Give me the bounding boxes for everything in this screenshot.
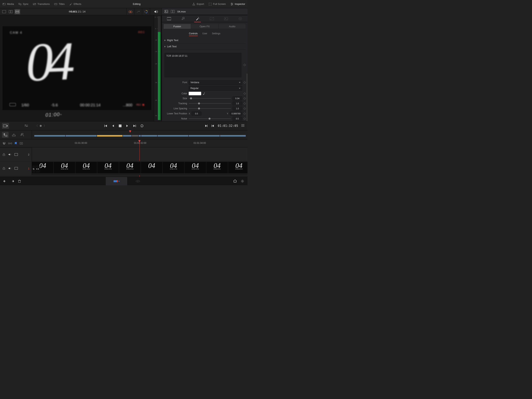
bypass-fx-button[interactable] (134, 8, 142, 15)
keyframe-button[interactable] (244, 98, 246, 99)
edit-tool-button[interactable] (2, 132, 9, 138)
clip-thumbnail[interactable]: 04fx✦✦ (32, 162, 53, 173)
track-header-v2[interactable]: 2 (0, 148, 32, 161)
tab-fusion[interactable]: Fusion (164, 24, 191, 29)
page-edit[interactable] (127, 177, 149, 186)
clip-thumbnail[interactable]: 0401:00:21:09 (163, 162, 184, 173)
tab-openfx[interactable]: Open FX (191, 24, 218, 29)
size-value[interactable]: 0.04 (233, 97, 242, 100)
redo-button[interactable] (11, 180, 14, 183)
inspector-scrollbar[interactable] (247, 73, 247, 121)
view-mode-3[interactable] (14, 9, 20, 14)
clip-thumbnail[interactable]: 0401:00:19:04 (76, 162, 97, 173)
inspector-button[interactable]: Inspector (230, 2, 245, 6)
noise-value[interactable]: 0.5 (233, 117, 242, 121)
video-icon[interactable] (14, 167, 18, 170)
size-slider[interactable] (189, 98, 231, 99)
prev-edit-button[interactable]: 〈 (35, 124, 38, 128)
clip-thumbnail[interactable]: 0401:00:23:14 (228, 162, 247, 173)
play-button[interactable] (125, 124, 129, 128)
color-wheel-button[interactable] (142, 8, 150, 15)
dual-view-icon[interactable] (171, 10, 175, 13)
options-menu-button[interactable] (241, 124, 244, 127)
inspector-tab-file[interactable] (236, 16, 244, 22)
inspector-tab-effects[interactable] (193, 16, 202, 22)
keyframe-button[interactable] (244, 64, 246, 66)
transitions-menu[interactable]: Transitions (33, 2, 50, 6)
lock-icon[interactable] (2, 153, 6, 156)
marker-button[interactable] (14, 142, 17, 145)
titles-menu[interactable]: T Titles (54, 2, 65, 6)
tracking-slider[interactable] (189, 103, 231, 104)
clip-thumbnail[interactable]: 04 (141, 162, 162, 173)
undo-button[interactable] (3, 180, 7, 183)
keyframe-button[interactable] (244, 108, 246, 109)
tab-user[interactable]: User (202, 31, 207, 36)
linespacing-value[interactable]: 1.0 (233, 107, 242, 110)
view-mode-1[interactable] (1, 9, 7, 14)
track-v2[interactable] (32, 148, 247, 161)
linespacing-slider[interactable] (189, 108, 231, 109)
record-button[interactable] (40, 125, 42, 127)
tab-controls[interactable]: Controls (189, 31, 198, 36)
lock-icon[interactable] (2, 167, 6, 170)
mini-playhead-icon[interactable] (129, 130, 131, 133)
go-start-button[interactable] (104, 124, 108, 128)
mute-icon[interactable] (8, 167, 12, 170)
tab-settings-insp[interactable]: Settings (212, 31, 220, 36)
mute-button[interactable] (150, 8, 162, 15)
inspector-tab-audio[interactable] (179, 16, 187, 22)
clip-thumbnail[interactable]: 0401:00:22:03 (185, 162, 206, 173)
keyframe-button[interactable] (244, 113, 246, 115)
trash-button[interactable] (18, 180, 21, 183)
clip-thumbnail[interactable]: 0401:00:18:10 (54, 162, 75, 173)
weight-select[interactable]: Regular (189, 86, 242, 90)
home-button[interactable] (233, 179, 237, 183)
trim-mode-button[interactable] (2, 123, 9, 129)
timeline-ruler[interactable]: 01:01:30:00 01:01:32:00 01:01:34:00 (32, 139, 247, 147)
settings-button[interactable] (241, 179, 244, 183)
ltp-x-value[interactable]: 0.5 (192, 112, 201, 116)
inspector-tab-image[interactable] (222, 16, 230, 22)
eyedropper-icon[interactable] (203, 92, 205, 95)
snap-button[interactable] (2, 142, 6, 145)
inspector-tab-transition[interactable] (208, 16, 216, 22)
page-cut[interactable] (106, 177, 127, 186)
mixer-button[interactable] (23, 123, 30, 129)
link-button[interactable] (8, 142, 12, 145)
next-edit-button[interactable]: 〉 (44, 124, 46, 128)
capture-button[interactable] (127, 8, 134, 15)
clip-thumbnail[interactable]: 0401:00:20:16 (119, 162, 141, 173)
step-back-button[interactable] (111, 124, 115, 128)
track-v1[interactable]: ⎡•⎤ 04fx✦✦0401:00:18:100401:00:19:040401… (32, 161, 247, 175)
color-swatch[interactable] (189, 92, 201, 95)
insert-button[interactable] (11, 132, 17, 138)
inspector-tab-video[interactable] (165, 16, 173, 22)
tab-audio[interactable]: Audio (218, 24, 246, 29)
font-select[interactable]: Verdana (189, 80, 242, 85)
sync-menu[interactable]: Sync (18, 2, 28, 6)
keyframe-button[interactable] (244, 82, 246, 83)
keyframe-button[interactable] (244, 118, 246, 120)
section-right-text[interactable]: Right Text (164, 37, 246, 44)
audio-insert-button[interactable] (19, 132, 26, 138)
view-mode-2[interactable] (8, 9, 14, 14)
media-menu[interactable]: Media (2, 2, 14, 6)
metadata-icon[interactable] (165, 10, 168, 13)
text-content-area[interactable]: TCR 10-09 18:37:11 (165, 53, 241, 77)
prev-clip-button[interactable] (211, 124, 215, 128)
keyframe-button[interactable] (244, 93, 246, 95)
video-icon[interactable] (14, 153, 18, 156)
mute-icon[interactable] (8, 153, 12, 156)
loop-button[interactable] (140, 124, 144, 128)
clip-thumbnail[interactable]: 0401:00:19:22 (97, 162, 119, 173)
noise-slider[interactable] (189, 118, 231, 119)
ltp-y-value[interactable]: 0.088769 (230, 112, 242, 116)
next-clip-button[interactable] (204, 124, 208, 128)
timeline-timecode[interactable]: 01:01:32:05 (218, 124, 238, 128)
viewer[interactable]: CAM 4 REC 04 01:00- 1/60 -5.6 00:00:21:1… (0, 15, 154, 121)
effects-menu[interactable]: Effects (69, 2, 81, 6)
tracking-value[interactable]: 1.0 (233, 102, 242, 105)
keyframe-button[interactable] (244, 103, 246, 104)
go-end-button[interactable] (133, 124, 136, 128)
